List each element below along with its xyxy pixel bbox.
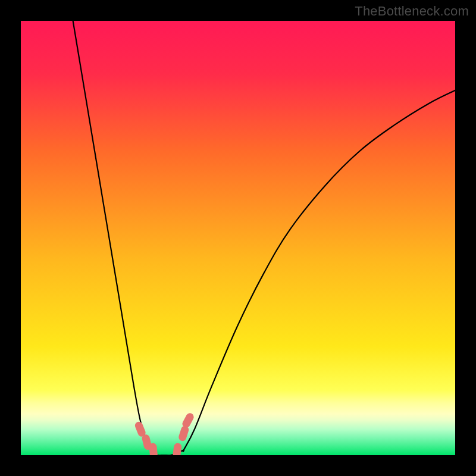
plot-area [21,21,455,455]
gradient-background [21,21,455,455]
watermark-text: TheBottleneck.com [355,4,469,19]
bottleneck-curve-chart [21,21,455,455]
chart-frame: TheBottleneck.com [0,0,476,476]
